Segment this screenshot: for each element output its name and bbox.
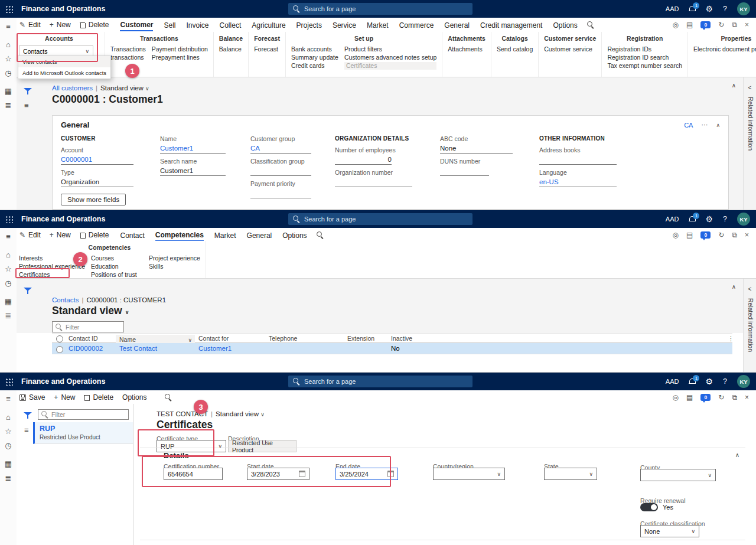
- field-value-payment-priority[interactable]: [250, 188, 311, 198]
- collapse-all-icon[interactable]: ∧: [732, 283, 736, 290]
- home-icon[interactable]: ⌂: [6, 251, 11, 259]
- col-header-extension[interactable]: Extension: [347, 335, 374, 342]
- modules-icon[interactable]: ≣: [5, 312, 12, 319]
- tab-projects[interactable]: Projects: [296, 19, 322, 31]
- nav-menu-icon[interactable]: ≡: [6, 22, 11, 30]
- table-row[interactable]: CID000002 Test Contact Customer1 No: [52, 343, 732, 354]
- edit-button[interactable]: ✎Edit: [19, 21, 41, 29]
- ribbon-item-forecast[interactable]: Forecast: [254, 45, 278, 53]
- field-value-classification-group[interactable]: [250, 165, 311, 176]
- list-view-icon[interactable]: ≡: [24, 101, 29, 110]
- related-information-label[interactable]: Related information: [746, 298, 754, 352]
- ribbon-item-transactions-2[interactable]: transactions: [110, 54, 146, 61]
- ribbon-item-transactions[interactable]: Transactions: [110, 45, 146, 53]
- messages-button[interactable]: 0: [700, 21, 711, 28]
- app-launcher-button[interactable]: [0, 0, 18, 18]
- tab-invoice[interactable]: Invoice: [187, 19, 209, 31]
- nav-menu-icon[interactable]: ≡: [6, 395, 11, 403]
- tab-credit-management[interactable]: Credit management: [480, 19, 542, 31]
- county-combobox[interactable]: ∨: [640, 469, 716, 481]
- refresh-icon[interactable]: ↻: [718, 393, 724, 402]
- list-filter-input[interactable]: [51, 411, 125, 418]
- breadcrumb-contacts[interactable]: Contacts: [52, 296, 79, 303]
- nav-menu-icon[interactable]: ≡: [6, 233, 11, 240]
- menu-item-add-to-outlook[interactable]: Add to Microsoft Outlook contacts: [18, 67, 110, 79]
- favorites-icon[interactable]: ☆: [5, 427, 12, 435]
- field-value-duns-number[interactable]: [440, 165, 489, 176]
- ribbon-item-skills[interactable]: Skills: [149, 263, 200, 270]
- ribbon-item-electronic-document-properties[interactable]: Electronic document properties: [693, 45, 756, 53]
- expand-pane-icon[interactable]: <: [744, 286, 756, 292]
- edit-button[interactable]: ✎Edit: [19, 231, 41, 239]
- guide-icon[interactable]: ◎: [673, 393, 679, 402]
- country-combobox[interactable]: ∨: [433, 468, 505, 480]
- grid-filter-input[interactable]: [66, 324, 120, 331]
- filter-pane-icon[interactable]: [24, 287, 32, 295]
- settings-button[interactable]: ⚙: [705, 377, 713, 386]
- help-button[interactable]: ?: [723, 215, 727, 223]
- field-value-abc-code[interactable]: None: [440, 143, 513, 154]
- cell-contact-id[interactable]: CID000002: [69, 345, 103, 352]
- close-icon[interactable]: ×: [745, 231, 749, 239]
- settings-button[interactable]: ⚙: [705, 215, 713, 223]
- tab-service[interactable]: Service: [333, 19, 356, 31]
- tab-options[interactable]: Options: [282, 229, 307, 241]
- collapse-section-icon[interactable]: ∧: [735, 452, 739, 458]
- notifications-button[interactable]: 1: [689, 216, 695, 223]
- refresh-icon[interactable]: ↻: [718, 21, 724, 29]
- close-icon[interactable]: ×: [745, 21, 749, 29]
- workspaces-icon[interactable]: ▦: [5, 298, 12, 305]
- tab-market[interactable]: Market: [367, 19, 389, 31]
- recent-icon[interactable]: ◷: [5, 279, 11, 287]
- fullscreen-icon[interactable]: ⧉: [732, 21, 737, 29]
- app-launcher-button[interactable]: [0, 210, 18, 228]
- list-filter[interactable]: [38, 409, 129, 420]
- ribbon-item-balance[interactable]: Balance: [219, 45, 242, 53]
- ribbon-item-registration-id-search[interactable]: Registration ID search: [607, 54, 682, 61]
- global-search-input[interactable]: [304, 216, 468, 223]
- notifications-button[interactable]: 1: [689, 378, 695, 385]
- fullscreen-icon[interactable]: ⧉: [732, 231, 737, 239]
- require-renewal-toggle[interactable]: [640, 503, 658, 511]
- tab-agriculture[interactable]: Agriculture: [252, 19, 285, 31]
- grid-filter[interactable]: [52, 321, 124, 332]
- favorites-icon[interactable]: ☆: [5, 55, 12, 63]
- global-search[interactable]: [288, 3, 472, 15]
- cell-name[interactable]: Test Contact: [119, 345, 157, 352]
- delete-button[interactable]: Delete: [80, 21, 109, 29]
- tab-competencies[interactable]: Competencies: [155, 229, 204, 242]
- guide-icon[interactable]: ◎: [673, 231, 679, 239]
- new-button[interactable]: +New: [54, 393, 75, 402]
- ribbon-item-payment-distribution[interactable]: Payment distribution: [152, 45, 208, 53]
- home-icon[interactable]: ⌂: [6, 41, 11, 48]
- list-item-rup[interactable]: RUP Restricted Use Product: [33, 422, 133, 444]
- recent-icon[interactable]: ◷: [5, 69, 11, 77]
- ribbon-item-tax-exempt-number-search[interactable]: Tax exempt number search: [607, 62, 682, 70]
- ribbon-item-courses[interactable]: Courses: [91, 254, 143, 262]
- field-value-number-of-employees[interactable]: 0: [335, 154, 392, 165]
- show-more-fields-button[interactable]: Show more fields: [61, 194, 126, 205]
- tab-general[interactable]: General: [444, 19, 470, 31]
- new-button[interactable]: +New: [50, 231, 71, 239]
- filter-pane-icon[interactable]: [24, 412, 32, 419]
- notifications-button[interactable]: 1: [689, 6, 695, 12]
- list-view-icon[interactable]: ≡: [24, 426, 29, 435]
- ribbon-item-registration-ids[interactable]: Registration IDs: [607, 45, 682, 53]
- help-button[interactable]: ?: [723, 377, 727, 386]
- tab-contact[interactable]: Contact: [120, 229, 144, 241]
- grid-options-icon[interactable]: ⋮: [728, 335, 734, 342]
- ribbon-item-product-filters[interactable]: Product filters: [344, 45, 436, 53]
- favorites-icon[interactable]: ☆: [5, 265, 12, 273]
- messages-button[interactable]: 0: [700, 394, 711, 401]
- certificate-classification-combobox[interactable]: None ∨: [640, 525, 699, 537]
- state-combobox[interactable]: ∨: [544, 468, 597, 480]
- modules-icon[interactable]: ≣: [5, 474, 12, 482]
- delete-button[interactable]: Delete: [80, 231, 109, 239]
- field-value-type[interactable]: Organization: [61, 177, 133, 187]
- more-options-icon[interactable]: ⋯: [701, 121, 708, 129]
- tab-customer[interactable]: Customer: [120, 18, 153, 31]
- ribbon-item-project-experience[interactable]: Project experience: [149, 254, 200, 262]
- new-button[interactable]: +New: [50, 21, 71, 29]
- global-search-input[interactable]: [304, 5, 468, 12]
- help-button[interactable]: ?: [723, 5, 727, 13]
